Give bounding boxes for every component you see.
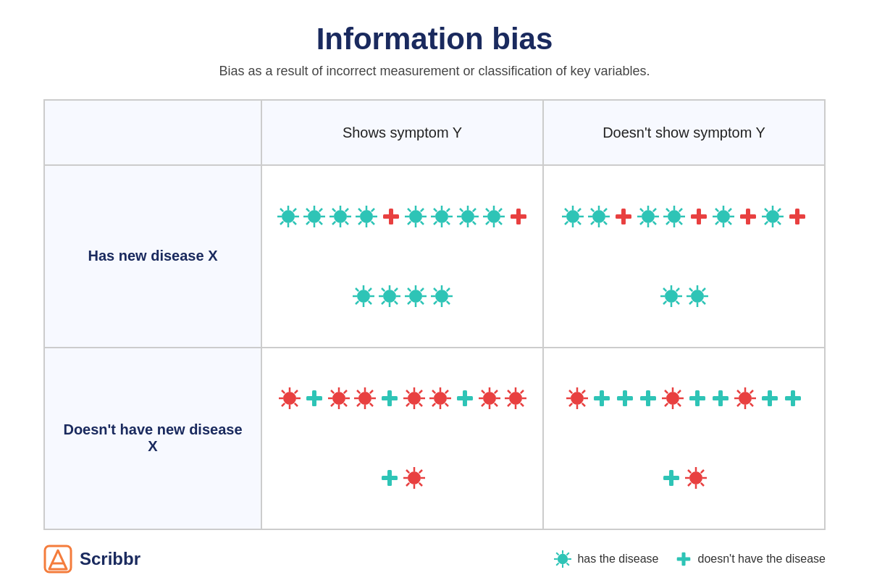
svg-line-197 xyxy=(282,390,285,393)
svg-point-18 xyxy=(334,210,347,223)
svg-line-119 xyxy=(577,209,580,211)
svg-line-157 xyxy=(715,209,718,211)
svg-point-9 xyxy=(308,210,321,223)
svg-line-211 xyxy=(331,403,334,406)
legend-disease-label: has the disease xyxy=(577,553,658,566)
svg-rect-202 xyxy=(306,396,322,400)
svg-line-209 xyxy=(343,403,346,406)
page-subtitle: Bias as a result of incorrect measuremen… xyxy=(43,64,826,79)
plus-icon-teal xyxy=(639,389,658,408)
svg-line-129 xyxy=(591,222,594,224)
svg-point-65 xyxy=(487,210,500,223)
legend-no-disease-label: doesn't have the disease xyxy=(697,553,826,566)
svg-line-43 xyxy=(408,209,411,211)
svg-line-54 xyxy=(446,209,449,211)
svg-rect-131 xyxy=(616,214,631,219)
virus-icon xyxy=(405,206,427,227)
svg-line-191 xyxy=(689,301,692,303)
svg-line-102 xyxy=(408,301,411,303)
svg-line-248 xyxy=(482,390,484,393)
svg-rect-151 xyxy=(691,214,707,219)
virus-icon xyxy=(663,206,685,227)
svg-rect-297 xyxy=(689,396,705,400)
virus-icon-red xyxy=(662,387,684,409)
table-cell-nodisease-nosymptom xyxy=(543,348,825,530)
svg-line-305 xyxy=(737,390,740,393)
svg-line-280 xyxy=(569,403,572,406)
svg-line-159 xyxy=(728,209,731,211)
svg-line-217 xyxy=(357,390,360,393)
virus-icon-red xyxy=(403,467,425,489)
svg-line-220 xyxy=(357,403,360,406)
svg-line-149 xyxy=(666,222,669,224)
svg-line-91 xyxy=(394,301,397,303)
plus-icon-teal xyxy=(380,389,399,408)
virus-icon xyxy=(431,206,453,227)
svg-line-5 xyxy=(280,209,283,211)
virus-icon xyxy=(713,206,734,227)
plus-icon-teal xyxy=(592,389,611,408)
page-wrapper: Information bias Bias as a result of inc… xyxy=(0,0,869,588)
virus-icon xyxy=(405,285,427,307)
svg-point-252 xyxy=(509,392,522,405)
svg-point-203 xyxy=(332,392,345,405)
svg-line-306 xyxy=(750,403,752,406)
svg-line-268 xyxy=(406,470,409,473)
virus-icon-red xyxy=(505,387,526,409)
svg-line-7 xyxy=(293,209,295,211)
svg-rect-162 xyxy=(740,214,756,219)
plus-icon-teal xyxy=(784,389,802,408)
svg-rect-173 xyxy=(789,214,805,219)
svg-line-117 xyxy=(565,209,568,211)
svg-line-137 xyxy=(640,209,643,211)
svg-line-230 xyxy=(419,390,421,393)
svg-line-16 xyxy=(319,209,322,211)
svg-point-27 xyxy=(360,210,373,223)
svg-line-99 xyxy=(408,288,411,291)
svg-point-56 xyxy=(461,210,474,223)
virus-icon-red xyxy=(354,387,376,409)
icons-nodisease-symptom xyxy=(268,354,537,524)
virus-icon xyxy=(431,285,453,307)
svg-point-152 xyxy=(717,210,730,223)
plus-icon-teal xyxy=(305,389,324,408)
svg-line-61 xyxy=(460,209,463,211)
svg-line-190 xyxy=(702,288,705,291)
virus-icon-red xyxy=(279,387,301,409)
svg-point-112 xyxy=(566,210,579,223)
virus-icon-red xyxy=(479,387,500,409)
svg-rect-310 xyxy=(762,396,778,400)
svg-rect-75 xyxy=(511,214,526,219)
virus-icon xyxy=(303,206,325,227)
svg-line-260 xyxy=(508,403,511,406)
svg-line-32 xyxy=(358,209,361,211)
svg-line-46 xyxy=(408,222,411,224)
svg-line-127 xyxy=(603,222,606,224)
svg-point-103 xyxy=(435,290,448,303)
plus-icon xyxy=(614,207,633,226)
svg-line-249 xyxy=(494,403,497,406)
data-table: Shows symptom Y Doesn't show symptom Y H… xyxy=(43,99,826,530)
svg-line-139 xyxy=(652,209,655,211)
svg-point-327 xyxy=(558,554,568,564)
virus-icon-red xyxy=(328,387,350,409)
virus-icon xyxy=(762,206,784,227)
svg-line-188 xyxy=(689,288,692,291)
svg-rect-242 xyxy=(457,396,473,400)
plus-icon xyxy=(788,207,807,226)
svg-line-258 xyxy=(520,403,523,406)
virus-icon-red xyxy=(734,387,756,409)
svg-point-183 xyxy=(691,290,704,303)
virus-icon-red xyxy=(429,387,451,409)
page-title: Information bias xyxy=(43,22,826,56)
svg-rect-37 xyxy=(383,214,399,219)
svg-line-82 xyxy=(368,301,371,303)
svg-line-179 xyxy=(663,288,666,291)
icons-disease-symptom xyxy=(268,172,537,341)
plus-icon-teal xyxy=(711,389,730,408)
title-section: Information bias Bias as a result of inc… xyxy=(43,22,826,79)
svg-line-228 xyxy=(406,390,409,393)
svg-line-25 xyxy=(345,209,348,211)
virus-icon-red xyxy=(566,387,588,409)
svg-line-160 xyxy=(715,222,718,224)
